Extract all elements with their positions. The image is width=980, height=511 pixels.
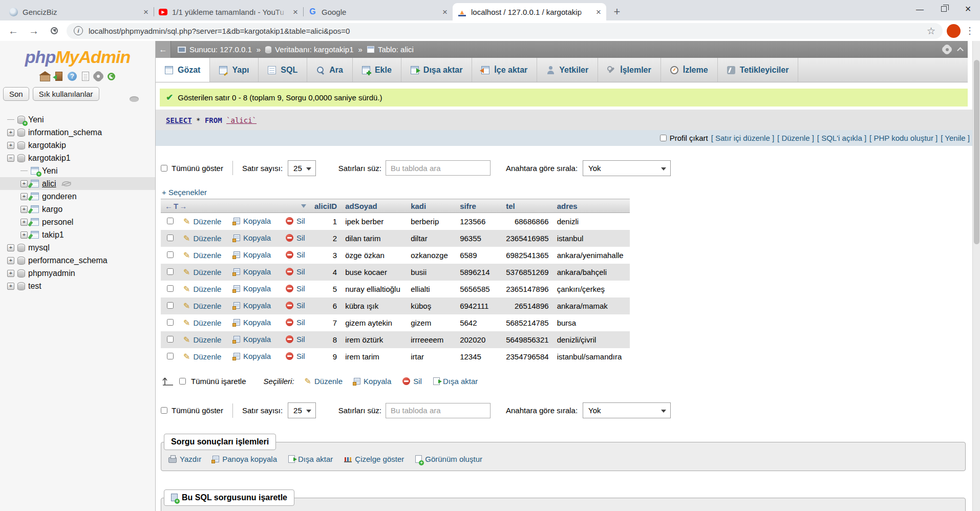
address-bar[interactable]: i localhost/phpmyadmin/sql.php?server=1&… (67, 23, 943, 39)
row-checkbox[interactable] (167, 353, 174, 359)
breadcrumb-database[interactable]: Veritabanı: kargotakip1 (275, 45, 353, 54)
copy-row-link[interactable]: Kopyala (233, 284, 271, 293)
edit-row-link[interactable]: ✎Düzenle (183, 301, 221, 311)
breadcrumb-server[interactable]: Sunucu: 127.0.0.1 (189, 45, 252, 54)
expand-icon[interactable]: + (7, 257, 14, 264)
browser-tab-google[interactable]: G Google × (303, 3, 453, 20)
delete-row-link[interactable]: Sil (286, 352, 305, 360)
expand-icon[interactable]: + (20, 180, 28, 187)
page-scrollbar[interactable] (972, 41, 980, 511)
settings-gear-icon[interactable] (94, 72, 102, 80)
tab-close-icon[interactable]: × (143, 8, 148, 16)
copy-to-clipboard-link[interactable]: Panoya kopyala (212, 455, 277, 463)
delete-row-link[interactable]: Sil (286, 318, 305, 327)
home-icon[interactable] (40, 75, 50, 81)
copy-row-link[interactable]: Kopyala (233, 267, 271, 276)
edit-query-link[interactable]: Düzenle (777, 134, 814, 142)
options-toggle-link[interactable]: + Seçenekler (162, 188, 207, 197)
column-nav-arrows[interactable]: ←T→ (165, 202, 188, 210)
browser-tab-youtube[interactable]: ▶ 1/1 yükleme tamamlandı - YouTu × (154, 3, 303, 20)
tree-item-new-database[interactable]: + Yeni (0, 113, 155, 126)
tree-item-personel[interactable]: + personel (0, 216, 155, 228)
copy-row-link[interactable]: Kopyala (233, 250, 271, 259)
copy-row-link[interactable]: Kopyala (233, 335, 271, 344)
tab-close-icon[interactable]: × (442, 8, 448, 16)
refresh-link[interactable]: Yenile (941, 134, 970, 142)
bookmark-star-icon[interactable]: ☆ (927, 25, 935, 37)
copy-row-link[interactable]: Kopyala (233, 352, 271, 360)
filter-input[interactable] (386, 160, 491, 176)
rows-count-select[interactable]: 25 (288, 402, 316, 418)
tab-privileges[interactable]: Yetkiler (537, 58, 598, 82)
expand-icon[interactable]: + (20, 231, 28, 239)
window-restore-button[interactable] (932, 0, 956, 17)
sort-dropdown-icon[interactable] (301, 204, 306, 210)
browser-tab-phpmyadmin-active[interactable]: ▲ localhost / 127.0.0.1 / kargotakip × (453, 3, 606, 20)
collapse-icon[interactable]: − (7, 155, 14, 162)
edit-row-link[interactable]: ✎Düzenle (183, 284, 221, 294)
row-checkbox[interactable] (167, 268, 174, 275)
sort-select[interactable]: Yok (583, 160, 671, 176)
edit-row-link[interactable]: ✎Düzenle (183, 233, 221, 243)
recent-tables-button[interactable]: Son (3, 87, 29, 101)
tab-search[interactable]: Ara (307, 58, 353, 82)
tree-item-performance-schema[interactable]: + performance_schema (0, 254, 155, 267)
back-icon[interactable]: ← (5, 25, 22, 37)
tab-structure[interactable]: Yapı (210, 58, 259, 82)
browser-tab-gencizbiz[interactable]: GencizBiz × (4, 3, 154, 20)
tree-item-takip1[interactable]: + takip1 (0, 228, 155, 241)
row-checkbox[interactable] (167, 285, 174, 292)
check-all-label[interactable]: Tümünü işaretle (191, 377, 246, 386)
column-header-adres[interactable]: adres (553, 199, 630, 213)
forward-icon[interactable]: → (26, 25, 42, 37)
tree-item-information-schema[interactable]: + information_schema (0, 126, 155, 139)
page-settings-icon[interactable] (943, 46, 951, 53)
reload-icon[interactable] (46, 25, 62, 37)
tree-item-kargotakip1[interactable]: − kargotakip1 (0, 152, 155, 164)
delete-row-link[interactable]: Sil (286, 217, 305, 225)
column-header-adsoyad[interactable]: adSoyad (341, 199, 407, 213)
show-all-checkbox[interactable] (161, 407, 167, 414)
copy-row-link[interactable]: Kopyala (233, 318, 271, 327)
profiling-checkbox[interactable] (660, 135, 667, 141)
tree-item-new-table[interactable]: + Yeni (0, 164, 155, 177)
column-header-kadi[interactable]: kadi (407, 199, 456, 213)
edit-row-link[interactable]: ✎Düzenle (183, 217, 221, 226)
tab-operations[interactable]: İşlemler (598, 58, 661, 82)
sql-table-name[interactable]: `alici` (226, 116, 257, 124)
panel-resize-handle[interactable] (130, 96, 139, 102)
bulk-delete-link[interactable]: Sil (402, 377, 422, 386)
window-close-button[interactable]: × (956, 0, 980, 17)
show-all-checkbox[interactable] (161, 165, 167, 172)
scrollbar-thumb[interactable] (974, 60, 979, 244)
favorite-tables-button[interactable]: Sık kullanılanlar (33, 87, 99, 101)
row-checkbox[interactable] (167, 319, 174, 326)
copy-row-link[interactable]: Kopyala (233, 233, 271, 242)
edit-row-link[interactable]: ✎Düzenle (183, 318, 221, 328)
bulk-export-link[interactable]: Dışa aktar (433, 377, 478, 386)
tree-item-gonderen[interactable]: + gonderen (0, 190, 155, 203)
page-info-icon[interactable]: i (74, 26, 83, 35)
rows-count-select[interactable]: 25 (288, 160, 316, 176)
expand-icon[interactable]: + (20, 206, 28, 213)
tree-item-mysql[interactable]: + mysql (0, 241, 155, 254)
explain-sql-link[interactable]: SQL'i açıkla (817, 134, 866, 142)
check-all-checkbox[interactable] (179, 378, 186, 385)
breadcrumb-table[interactable]: Tablo: alici (378, 45, 414, 54)
delete-row-link[interactable]: Sil (286, 301, 305, 310)
tree-item-test[interactable]: + test (0, 280, 155, 292)
sort-select[interactable]: Yok (583, 402, 671, 418)
column-header-tel[interactable]: tel (502, 199, 552, 213)
tab-insert[interactable]: Ekle (353, 58, 401, 82)
tree-item-alici-selected[interactable]: + alici (0, 177, 155, 190)
copy-row-link[interactable]: Kopyala (233, 301, 271, 310)
column-header-aliciid[interactable]: aliciID (310, 199, 341, 213)
browser-menu-icon[interactable]: ⋮ (965, 25, 975, 36)
expand-icon[interactable]: + (7, 270, 14, 277)
tab-import[interactable]: İçe aktar (472, 58, 537, 82)
delete-row-link[interactable]: Sil (286, 267, 305, 276)
console-toggle-icon[interactable] (957, 47, 964, 54)
tab-tracking[interactable]: İzleme (661, 58, 718, 82)
expand-icon[interactable]: + (20, 219, 28, 226)
window-minimize-button[interactable]: — (908, 0, 932, 17)
